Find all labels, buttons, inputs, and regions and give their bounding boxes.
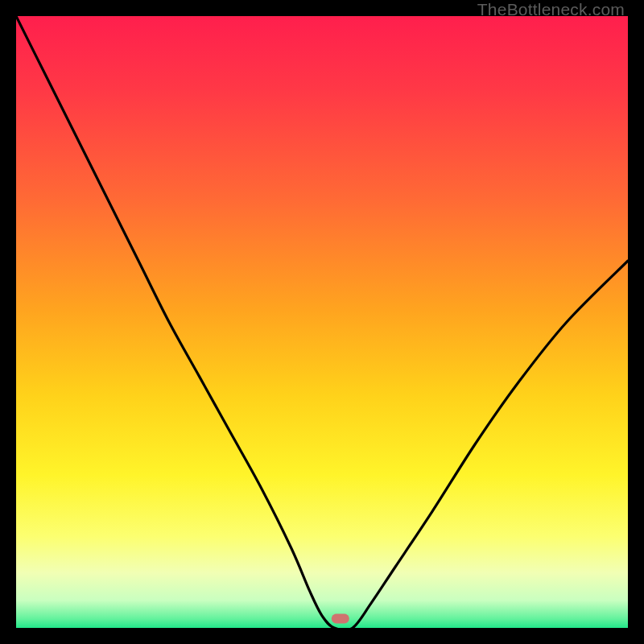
chart-frame	[16, 16, 628, 628]
bottleneck-chart	[16, 16, 628, 628]
optimal-point-marker	[332, 614, 349, 624]
watermark-label: TheBottleneck.com	[477, 0, 625, 19]
chart-background	[16, 16, 628, 628]
